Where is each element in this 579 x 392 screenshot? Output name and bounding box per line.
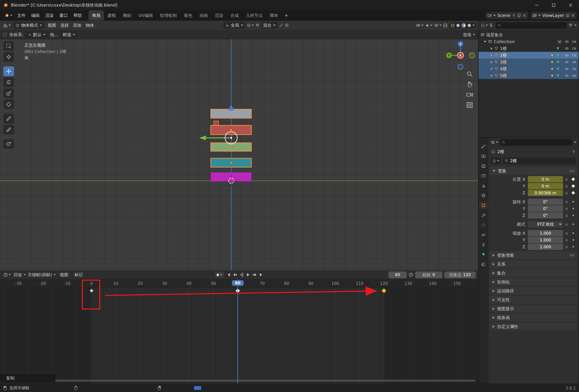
workspace-tab[interactable]: 脚本 [266, 10, 282, 20]
mode-dropdown[interactable]: 物体模式 [13, 22, 44, 29]
unlink-scene-icon[interactable] [523, 14, 526, 17]
eye-icon[interactable] [565, 53, 569, 57]
collapsed-panel[interactable]: 实例化 [490, 278, 577, 286]
outliner-object-row[interactable]: 4楼 [479, 65, 579, 72]
viewport-3d[interactable]: 正交左视图 (60) Collection | 2楼 米 [0, 39, 478, 270]
lock-icon[interactable] [563, 238, 570, 242]
workspace-tab[interactable]: 雕刻 [119, 10, 135, 20]
lock-icon[interactable] [563, 207, 570, 210]
browse-object-button[interactable] [491, 157, 501, 164]
property-value-field[interactable]: 0 m [528, 176, 563, 182]
checkbox-checked-icon[interactable] [558, 40, 562, 44]
ortho-grid-icon[interactable] [466, 102, 473, 109]
eye-icon[interactable] [565, 60, 569, 64]
workspace-tab[interactable]: 几何节点 [242, 10, 266, 20]
chevron-down-icon[interactable] [574, 25, 577, 26]
navigation-gizmo[interactable]: Z Y X [446, 41, 475, 70]
tab-view-layer[interactable] [479, 172, 488, 180]
camera-view-icon[interactable] [466, 91, 473, 98]
tool-add-cube[interactable] [3, 139, 14, 149]
scene-collection-row[interactable]: 场景集合 [479, 31, 579, 38]
timeline-canvas[interactable] [0, 288, 478, 384]
proportional-blend-dropdown[interactable]: 混合 [261, 22, 278, 29]
tool-transform[interactable] [3, 99, 14, 109]
tab-material[interactable] [479, 261, 488, 268]
menu-item[interactable]: 编辑 [28, 11, 43, 20]
workspace-tab[interactable]: 纹理绘制 [156, 10, 180, 20]
orientation-default-dropdown[interactable]: 默认 [26, 31, 48, 38]
minimize-button[interactable] [528, 0, 545, 10]
auto-keying-button[interactable] [214, 271, 224, 278]
shading-material-button[interactable] [461, 23, 466, 28]
menu-item[interactable]: 文件 [14, 11, 28, 20]
keyframe-indicator[interactable] [570, 246, 576, 248]
proportional-editing-toggle[interactable] [285, 23, 289, 27]
property-value-field[interactable]: 1.000 [528, 230, 563, 236]
outliner-editor-type-button[interactable] [480, 23, 488, 28]
collapsed-panel[interactable]: 线条画 [490, 314, 577, 321]
eye-icon[interactable] [565, 67, 569, 71]
collapsed-panel[interactable]: 变换增量 [490, 251, 577, 259]
tool-rotate[interactable] [3, 77, 14, 87]
properties-options-icon[interactable] [574, 142, 577, 143]
overlays-dropdown[interactable] [434, 23, 442, 28]
timeline-body[interactable]: -30-20-100102030405060708090100110120130… [0, 280, 478, 384]
workspace-tab[interactable]: 着色 [180, 10, 196, 20]
property-value-field[interactable]: XYZ 欧拉 [528, 221, 563, 227]
workspace-tab[interactable]: 布局 [88, 10, 104, 20]
viewport-menu-item[interactable]: 视图 [46, 21, 58, 29]
outliner-search-input[interactable] [503, 23, 565, 28]
collection-row[interactable]: Collection [479, 38, 579, 45]
viewlayer-selector[interactable]: ViewLayer [530, 12, 577, 19]
xray-toggle[interactable] [443, 23, 447, 28]
collapsed-panel[interactable]: 自定义属性 [490, 323, 577, 330]
lock-icon[interactable] [563, 200, 570, 204]
workspace-tab[interactable]: 动画 [196, 10, 212, 20]
pin-icon[interactable] [572, 150, 576, 154]
add-workspace-button[interactable]: + [282, 11, 291, 19]
tool-measure[interactable] [3, 125, 14, 135]
object-name-field[interactable]: 2楼 [503, 157, 576, 164]
camera-icon[interactable] [572, 67, 576, 71]
property-value-field[interactable]: 1.000 [528, 237, 563, 243]
pan-hand-icon[interactable] [466, 81, 473, 88]
blender-menu-button[interactable] [2, 13, 14, 18]
new-scene-icon[interactable] [517, 14, 521, 17]
maximize-button[interactable] [545, 0, 562, 10]
menu-item[interactable]: 窗口 [57, 11, 71, 20]
tab-scene[interactable] [479, 182, 488, 189]
tool-cursor[interactable] [3, 52, 14, 62]
tab-render[interactable] [479, 152, 488, 160]
orientation-dropdown[interactable]: 全局 [223, 22, 245, 29]
options-dropdown[interactable]: 选项 [463, 32, 475, 38]
eye-icon[interactable] [565, 40, 569, 44]
frame-end-field[interactable]: 结束点120 [444, 272, 476, 278]
display-mode-icon[interactable] [490, 23, 494, 28]
new-viewlayer-icon[interactable] [566, 14, 570, 17]
camera-icon[interactable] [572, 53, 576, 57]
outliner-object-row[interactable]: 1楼 [479, 45, 579, 52]
properties-search[interactable] [500, 139, 572, 146]
property-value-field[interactable]: 0° [528, 212, 563, 219]
tab-output[interactable] [479, 162, 488, 170]
gizmos-dropdown[interactable] [425, 23, 433, 28]
property-value-field[interactable]: 0.90366 m [528, 190, 563, 196]
keyframe-indicator[interactable] [570, 224, 576, 225]
keyframe-indicator[interactable] [570, 192, 576, 194]
properties-editor-type-button[interactable] [491, 140, 498, 145]
camera-icon[interactable] [572, 74, 576, 78]
property-value-field[interactable]: 0° [528, 205, 563, 212]
tool-move[interactable] [3, 66, 14, 76]
disclosure-expanded-icon[interactable] [484, 41, 487, 43]
tool-scale[interactable] [3, 88, 14, 98]
keyframe-indicator[interactable] [570, 232, 576, 234]
current-frame-field[interactable]: 60 [388, 272, 407, 278]
collapsed-panel[interactable]: 关系 [490, 260, 577, 268]
keyframe-indicator[interactable] [570, 178, 576, 180]
play-button[interactable] [245, 272, 251, 277]
viewport-menu-item[interactable]: 添加 [71, 21, 83, 29]
timeline-scrollbar[interactable] [3, 380, 475, 382]
menu-item[interactable]: 渲染 [43, 11, 57, 20]
gizmo-y-neg-axis[interactable] [469, 53, 475, 58]
viewport-menu-item[interactable]: 选择 [58, 21, 71, 29]
